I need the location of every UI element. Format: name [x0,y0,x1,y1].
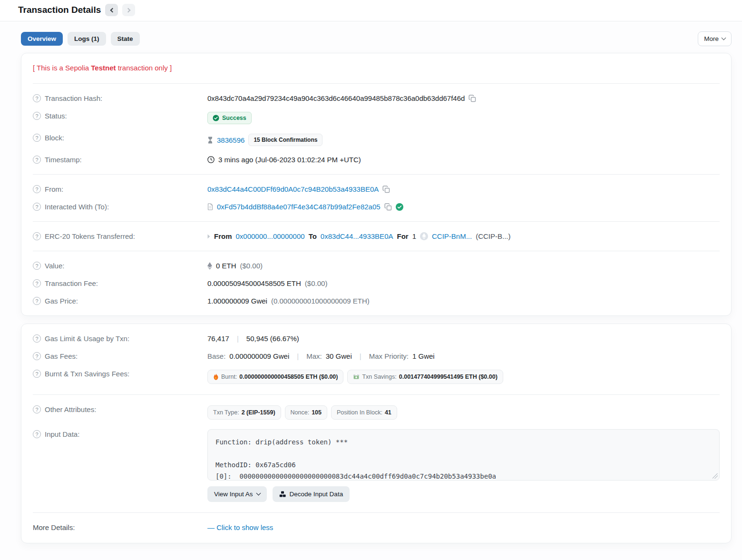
burnt-badge: Burnt: 0.000000000000458505 ETH ($0.00) [207,370,343,384]
copy-icon[interactable] [382,186,390,193]
token-name-link[interactable]: CCIP-BnM... [432,232,472,240]
transaction-fee-amount: 0.000050945000458505 ETH [207,279,301,287]
gas-price-eth: (0.000000001000000009 ETH) [271,297,370,305]
status-label: ? Status: [33,112,207,120]
label-text: Timestamp: [45,156,82,164]
block-number-link[interactable]: 3836596 [217,136,244,144]
value-usd: ($0.00) [240,262,263,270]
tab-logs[interactable]: Logs (1) [68,32,106,46]
interacted-with-address-link[interactable]: 0xFd57b4ddBf88a4e07fF4e34C487b99af2Fe82a… [217,203,381,211]
gas-max-value: 30 Gwei [326,352,352,360]
block-label: ? Block: [33,134,207,142]
gas-base-value: 0.000000009 Gwei [229,352,289,360]
txn-savings-label: Txn Savings: [362,373,396,380]
question-circle-icon[interactable]: ? [33,430,41,438]
gas-limit-label: ? Gas Limit & Usage by Txn: [33,334,207,343]
transaction-fee-usd: ($0.00) [305,279,328,287]
row-burnt-savings: ? Burnt & Txn Savings Fees: Burnt: 0.000… [21,365,731,389]
txn-type-value: 2 (EIP-1559) [242,409,275,416]
other-attributes-label: ? Other Attributes: [33,405,207,413]
separator [293,352,303,360]
divider [33,174,720,175]
tab-overview[interactable]: Overview [21,32,63,46]
copy-icon[interactable] [384,203,392,211]
input-data-textarea[interactable]: Function: drip(address token) *** Method… [207,429,720,481]
row-transaction-fee: ? Transaction Fee: 0.000050945000458505 … [21,275,731,292]
row-from: ? From: 0x83dC44a4C00DFf69d0A0c7c94B20b5… [21,180,731,198]
input-data-label: ? Input Data: [33,430,207,438]
question-circle-icon[interactable]: ? [33,297,41,305]
label-text: Gas Fees: [45,352,78,360]
nonce-value: 105 [312,409,322,416]
question-circle-icon[interactable]: ? [33,156,41,164]
from-label: ? From: [33,185,207,193]
separator [233,334,243,343]
more-dropdown-button[interactable]: More [698,31,732,46]
gas-base-label: Base: [207,352,225,360]
decode-input-data-button[interactable]: Decode Input Data [273,486,350,502]
separator [356,352,365,360]
copy-icon[interactable] [469,95,476,102]
gas-max-priority-label: Max Priority: [369,352,409,360]
previous-transaction-button[interactable] [105,4,118,16]
row-other-attributes: ? Other Attributes: Txn Type: 2 (EIP-155… [21,401,731,424]
tab-state[interactable]: State [111,32,140,46]
question-circle-icon[interactable]: ? [33,334,41,343]
question-circle-icon[interactable]: ? [33,279,41,287]
question-circle-icon[interactable]: ? [33,134,41,142]
verified-check-circle-icon [396,203,403,211]
burnt-value: 0.000000000000458505 ETH ($0.00) [239,373,338,380]
chevron-right-icon [126,8,130,12]
page-title: Transaction Details [18,5,101,15]
input-data-content: Function: drip(address token) *** Method… [215,436,712,481]
row-more-details: More Details: — Click to show less [21,519,731,536]
transfer-to-address-link[interactable]: 0x83dC44...4933BE0A [321,232,393,240]
label-text: ERC-20 Tokens Transferred: [45,232,135,240]
transfer-from-address-link[interactable]: 0x000000...00000000 [236,232,305,240]
block-confirmations-badge: 15 Block Confirmations [248,134,322,146]
gas-price-label: ? Gas Price: [33,297,207,305]
question-circle-icon[interactable]: ? [33,352,41,360]
label-text: Interacted With (To): [45,203,109,211]
question-circle-icon[interactable]: ? [33,370,41,378]
position-value: 41 [385,409,391,416]
timestamp-label: ? Timestamp: [33,156,207,164]
value-label: ? Value: [33,262,207,270]
divider [33,512,720,513]
testnet-warning-suffix: transaction only ] [116,64,172,72]
question-circle-icon[interactable]: ? [33,232,41,240]
transfer-amount: 1 [412,232,416,240]
divider [33,83,720,84]
question-circle-icon[interactable]: ? [33,262,41,270]
label-text: Burnt & Txn Savings Fees: [45,370,129,378]
row-timestamp: ? Timestamp: 3 mins ago (Jul-06-2023 01:… [21,151,731,168]
view-input-as-label: View Input As [214,491,253,498]
transfer-to-word: To [309,232,317,240]
question-circle-icon[interactable]: ? [33,185,41,193]
row-interacted-with: ? Interacted With (To): 0xFd57b4ddBf88a4… [21,198,731,216]
question-circle-icon[interactable]: ? [33,112,41,120]
row-block: ? Block: 3836596 15 Block Confirmations [21,129,731,151]
burnt-label: Burnt: [221,373,237,380]
overview-card: [ This is a Sepolia Testnet transaction … [21,53,732,316]
burnt-savings-label: ? Burnt & Txn Savings Fees: [33,370,207,378]
gas-max-label: Max: [306,352,322,360]
chevron-down-icon [256,491,261,496]
question-circle-icon[interactable]: ? [33,405,41,413]
eth-diamond-icon [207,262,212,270]
show-less-toggle-link[interactable]: — Click to show less [207,523,273,531]
transaction-hash-label: ? Transaction Hash: [33,94,207,102]
gas-limit-value: 76,417 [207,334,229,343]
resize-grip[interactable] [713,473,718,479]
question-circle-icon[interactable]: ? [33,203,41,211]
transfer-for-word: For [397,232,408,240]
question-circle-icon[interactable]: ? [33,94,41,102]
label-text: Value: [45,262,64,270]
row-transaction-hash: ? Transaction Hash: 0x843dc70a4a29d79234… [21,89,731,107]
decode-input-data-label: Decode Input Data [290,491,343,498]
txn-savings-value: 0.001477404999541495 ETH ($0.00) [399,373,498,380]
txn-type-label: Txn Type: [213,409,239,416]
from-address-link[interactable]: 0x83dC44a4C00DFf69d0A0c7c94B20b53a4933BE… [207,185,379,193]
next-transaction-button[interactable] [122,4,135,16]
view-input-as-button[interactable]: View Input As [207,486,267,502]
